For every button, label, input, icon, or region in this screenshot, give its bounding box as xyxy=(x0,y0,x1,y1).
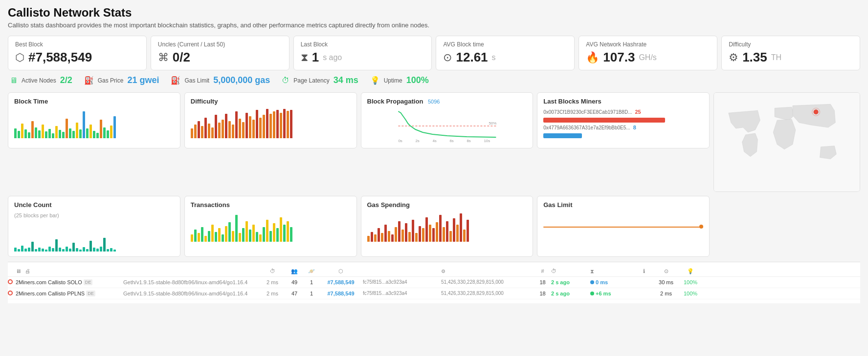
row-peers-2: 47 xyxy=(285,291,304,296)
block-time-chart xyxy=(14,109,174,138)
uncle-count-subtitle: (25 blocks per bar) xyxy=(14,212,174,218)
best-block-icon: ⬡ xyxy=(15,51,24,64)
bar xyxy=(381,233,383,242)
bar xyxy=(374,234,377,242)
bar xyxy=(388,231,390,242)
transactions-title: Transactions xyxy=(191,201,351,209)
bar xyxy=(249,116,251,138)
node-1-badge: DE xyxy=(84,279,93,285)
bar xyxy=(211,225,214,242)
active-nodes-value: 2/2 xyxy=(60,75,72,85)
bar xyxy=(103,127,106,138)
page-subtitle: Callisto stats dashboard provides the mo… xyxy=(8,21,860,29)
bar xyxy=(79,129,82,138)
last-block-label: Last Block xyxy=(301,41,425,48)
bar xyxy=(198,233,200,242)
propagation-2s-label: 2s xyxy=(415,139,419,143)
chart-last-blocks-miners: Last Blocks Miners 0x0073Cf1B9230cF3EE8C… xyxy=(537,92,710,148)
miner-2-bar xyxy=(543,133,581,138)
active-nodes-icon: 🖥 xyxy=(10,76,18,85)
bar xyxy=(194,230,197,242)
stat-card-difficulty: Difficulty ⚙ 1.35 TH xyxy=(721,36,860,70)
bar xyxy=(446,221,448,242)
bar xyxy=(242,228,245,242)
block-propagation-title: Block Propagation 5096 xyxy=(367,98,527,105)
bar xyxy=(208,231,210,242)
bar xyxy=(42,249,44,251)
stat-card-hashrate: AVG Network Hashrate 🔥 107.3 GH/s xyxy=(579,36,717,70)
table-header-row: 🖥 🖨 ⏱ 👥 🪐 ⬡ ⚙ # ⏱ xyxy=(8,266,860,277)
chart-difficulty: Difficulty xyxy=(184,92,357,148)
bar xyxy=(432,228,435,242)
bar xyxy=(198,121,200,138)
bar xyxy=(259,118,262,138)
bar xyxy=(72,243,75,251)
uptime-table-icon: 💡 xyxy=(687,268,694,274)
page-wrapper: Callisto Network Stats Callisto stats da… xyxy=(0,0,868,309)
bar xyxy=(21,124,23,138)
bar xyxy=(239,119,241,138)
mini-stat-gas-limit: ⛽ Gas Limit 5,000,000 gas xyxy=(171,75,270,85)
miners-list: 0x0073Cf1B9230cF3EE8Cab1971B8D... 25 0x4… xyxy=(543,109,703,138)
bar xyxy=(191,234,193,242)
row-peers-1: 49 xyxy=(285,279,304,285)
bar xyxy=(222,234,224,242)
miner-2-addr: 0x4779A6636367A31e7a2Ef9bBb0E5... xyxy=(543,125,630,130)
bar xyxy=(401,230,404,242)
bar xyxy=(35,249,37,251)
hashrate-value: 107.3 xyxy=(603,50,635,65)
monitor-icon: 🖥 xyxy=(16,268,21,274)
bar xyxy=(76,248,78,251)
best-block-label: Best Block xyxy=(15,41,139,48)
avg-block-time-label: AVG Block time xyxy=(443,41,567,48)
bar xyxy=(14,248,17,251)
bar xyxy=(259,234,262,242)
bar xyxy=(55,239,58,251)
gas-price-label: Gas Price xyxy=(98,77,124,84)
header-page-latency: ⊙ xyxy=(654,268,678,274)
last-block-icon: ⧗ xyxy=(301,51,308,64)
bar xyxy=(96,133,99,138)
info-icon: ℹ xyxy=(643,268,645,274)
propagation-chart-area: 50% 0s 2s 4s 6s 8s 10s xyxy=(367,109,527,143)
bar xyxy=(211,127,214,138)
bar xyxy=(391,234,394,242)
bar xyxy=(269,231,272,242)
bar xyxy=(31,242,34,251)
bar xyxy=(463,230,466,242)
row-pending-1: 1 xyxy=(304,279,319,285)
last-block-value: 1 xyxy=(312,50,319,65)
africa xyxy=(773,119,796,149)
lastblock-value-1: 2 s ago xyxy=(551,279,570,285)
bar xyxy=(249,230,251,242)
gas-limit-chart-area xyxy=(543,212,703,242)
south-america xyxy=(742,133,758,157)
bar xyxy=(460,213,462,242)
bar xyxy=(62,249,65,251)
bar xyxy=(256,232,258,242)
bar xyxy=(239,233,241,242)
difficulty-value: 1.35 xyxy=(742,50,767,65)
bar xyxy=(232,231,234,242)
node-2-badge: DE xyxy=(86,291,95,296)
header-pending: 🪐 xyxy=(304,268,319,274)
miner-1-bar-row xyxy=(543,118,703,123)
miner-1-bar xyxy=(543,118,665,123)
bar xyxy=(45,250,47,251)
stat-card-best-block: Best Block ⬡ #7,588,549 xyxy=(8,36,147,70)
row-block-2: #7,588,549 xyxy=(319,291,363,296)
row-node-2: 2Miners.com Callisto PPLNS DE xyxy=(16,291,123,296)
row-hash-1: fc75f815...a3c923a4 xyxy=(363,279,441,285)
row-uptime-1: 100% xyxy=(678,279,703,285)
block-time-title: Block Time xyxy=(14,98,174,105)
uncles-icon: ⌘ xyxy=(158,51,169,64)
bar xyxy=(35,127,37,138)
bar xyxy=(89,241,92,251)
row-block-nr-2: 18 xyxy=(534,291,551,296)
bar xyxy=(256,110,258,138)
hashrate-unit: GH/s xyxy=(639,53,656,62)
row-client-1: Geth/v1.9.15-stable-8d80fb96/linux-amd64… xyxy=(123,279,260,285)
bar xyxy=(93,131,95,138)
header-block: ⬡ xyxy=(319,268,363,274)
best-block-value: #7,588,549 xyxy=(28,50,92,65)
